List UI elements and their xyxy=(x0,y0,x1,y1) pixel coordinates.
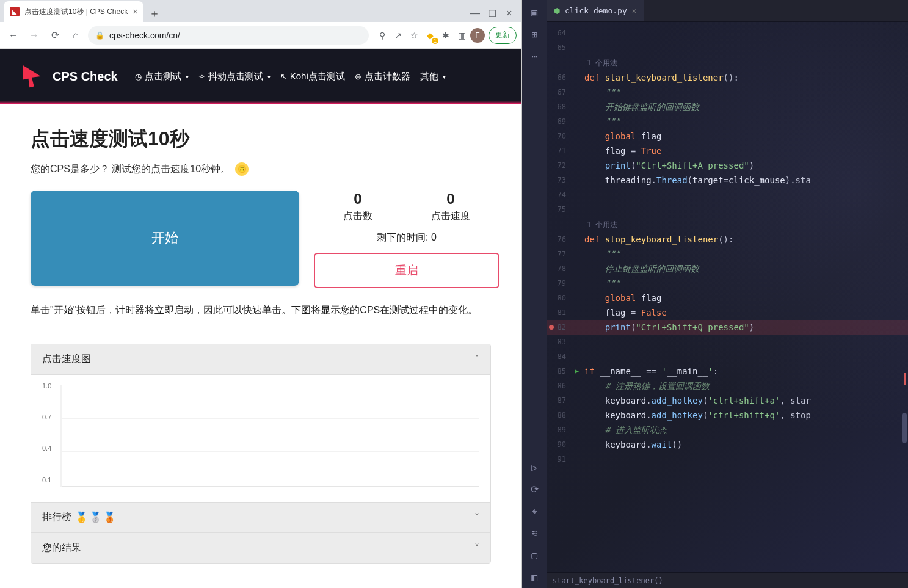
code-line[interactable]: 87 keyboard.add_hotkey('ctrl+shift+a', s… xyxy=(547,393,908,408)
code-line[interactable]: 86 # 注册热键，设置回调函数 xyxy=(547,379,908,393)
cps-chart: 1.0 0.7 0.4 0.1 xyxy=(60,385,479,487)
code-text: flag = False xyxy=(582,305,908,320)
code-line[interactable]: 69 """ xyxy=(547,114,908,129)
python-console-icon[interactable]: ⟳ xyxy=(527,482,542,496)
code-line[interactable]: 89 # 进入监听状态 xyxy=(547,423,908,437)
profile-avatar[interactable]: F xyxy=(470,28,485,43)
code-text: if __name__ == '__main__': xyxy=(582,364,908,379)
speed-value: 0 xyxy=(431,191,470,208)
code-line[interactable]: 76def stop_keyboard_listener(): xyxy=(547,232,908,247)
ide-window: ▣ ⊞ ⋯ ▷ ⟳ ⌖ ≋ ▢ ◧ ⬢ click_demo.py × 6465… xyxy=(522,0,908,588)
more-tool-icon[interactable]: ⋯ xyxy=(527,49,542,64)
nav-kohi-test[interactable]: ↖ Kohi点击测试 xyxy=(279,68,346,85)
code-text: global flag xyxy=(582,291,908,305)
code-line[interactable]: 70 global flag xyxy=(547,129,908,143)
project-tool-icon[interactable]: ▣ xyxy=(527,5,542,20)
window-maximize-icon[interactable]: ☐ xyxy=(484,5,501,22)
code-line[interactable]: 73 threading.Thread(target=click_mouse).… xyxy=(547,173,908,187)
window-close-icon[interactable]: × xyxy=(501,5,518,22)
code-line[interactable]: 74 xyxy=(547,187,908,202)
code-line[interactable]: 82 print("Ctrl+Shift+Q pressed") xyxy=(547,320,908,335)
code-line[interactable]: 64 xyxy=(547,26,908,40)
run-tool-icon[interactable]: ▷ xyxy=(527,460,542,474)
site-logo[interactable]: CPS Check xyxy=(18,63,118,90)
line-number: 69 xyxy=(547,114,572,129)
editor-scrollbar[interactable] xyxy=(902,22,907,572)
code-line[interactable]: 91 xyxy=(547,452,908,466)
code-text: 1 个用法 xyxy=(582,217,908,232)
code-text: print("Ctrl+Shift+Q pressed") xyxy=(582,320,908,335)
chevron-down-icon: ˅ xyxy=(474,542,479,554)
update-button[interactable]: 更新 xyxy=(489,27,517,44)
code-line[interactable]: 75 xyxy=(547,202,908,217)
code-line[interactable]: 71 flag = True xyxy=(547,143,908,158)
nav-jitter-test[interactable]: ✧ 抖动点击测试 ▾ xyxy=(197,68,272,85)
code-line[interactable]: 81 flag = False xyxy=(547,305,908,320)
code-line[interactable]: 84 xyxy=(547,349,908,364)
code-text: keyboard.add_hotkey('ctrl+shift+q', stop xyxy=(582,408,908,423)
nav-reload-button[interactable]: ⟳ xyxy=(46,27,64,44)
start-button[interactable]: 开始 xyxy=(31,191,299,286)
code-line[interactable]: 1 个用法 xyxy=(547,217,908,232)
code-line[interactable]: 1 个用法 xyxy=(547,55,908,70)
code-line[interactable]: 68 开始键盘监听的回调函数 xyxy=(547,100,908,114)
close-tab-icon[interactable]: × xyxy=(133,7,137,16)
restart-button[interactable]: 重启 xyxy=(314,253,499,288)
scroll-thumb[interactable] xyxy=(902,413,907,443)
y-axis-ticks: 1.0 0.7 0.4 0.1 xyxy=(42,385,51,486)
window-minimize-icon[interactable]: — xyxy=(467,5,484,22)
share-icon[interactable]: ↗ xyxy=(391,28,405,43)
problems-tool-icon[interactable]: ◧ xyxy=(527,570,542,584)
bookmark-star-icon[interactable]: ☆ xyxy=(407,28,421,43)
code-line[interactable]: 88 keyboard.add_hotkey('ctrl+shift+q', s… xyxy=(547,408,908,423)
code-line[interactable]: 90 keyboard.wait() xyxy=(547,437,908,452)
nav-click-test[interactable]: ◷ 点击测试 ▾ xyxy=(134,68,190,85)
code-line[interactable]: 78 停止键盘监听的回调函数 xyxy=(547,261,908,276)
code-text: keyboard.wait() xyxy=(582,437,908,452)
side-panel-icon[interactable]: ▥ xyxy=(454,28,469,43)
code-line[interactable]: 66def start_keyboard_listener(): xyxy=(547,70,908,85)
code-line[interactable]: 80 global flag xyxy=(547,291,908,305)
address-bar[interactable]: 🔒 cps-check.com/cn/ xyxy=(88,26,369,45)
services-tool-icon[interactable]: ≋ xyxy=(527,526,542,540)
nav-forward-button[interactable]: → xyxy=(26,27,43,44)
code-line[interactable]: 67 """ xyxy=(547,85,908,100)
code-text: def start_keyboard_listener(): xyxy=(582,70,908,85)
nav-other[interactable]: 其他 ▾ xyxy=(419,68,447,85)
structure-tool-icon[interactable]: ⊞ xyxy=(527,27,542,42)
accordion-rank-header[interactable]: 排行榜 🥇🥈🥉 ˅ xyxy=(31,503,490,533)
code-line[interactable]: 79 """ xyxy=(547,276,908,291)
code-line[interactable]: 65 xyxy=(547,40,908,55)
editor-tab[interactable]: ⬢ click_demo.py × xyxy=(547,0,644,21)
code-text: threading.Thread(target=click_mouse).sta xyxy=(582,173,908,187)
new-tab-button[interactable]: ＋ xyxy=(146,5,163,22)
line-number: 73 xyxy=(547,173,572,187)
line-number: 84 xyxy=(547,349,572,364)
extension-badge-icon[interactable]: ◆ 1 xyxy=(423,28,437,43)
zoom-icon[interactable]: ⚲ xyxy=(375,28,390,43)
code-line[interactable]: 83 xyxy=(547,335,908,349)
close-editor-tab-icon[interactable]: × xyxy=(632,7,636,15)
start-label: 开始 xyxy=(151,229,178,247)
line-number: 77 xyxy=(547,247,572,261)
nav-click-counter[interactable]: ⊕ 点击计数器 xyxy=(354,68,412,85)
nav-home-button[interactable]: ⌂ xyxy=(67,27,84,44)
browser-tab[interactable]: ◣ 点击速度测试10秒 | CPS Check × xyxy=(4,1,143,22)
acc-title: 点击速度图 xyxy=(42,353,91,366)
terminal-tool-icon[interactable]: ▢ xyxy=(527,548,542,562)
extensions-icon[interactable]: ✱ xyxy=(438,28,453,43)
debug-tool-icon[interactable]: ⌖ xyxy=(527,504,542,518)
accordion-chart-header[interactable]: 点击速度图 ˄ xyxy=(31,344,490,375)
code-editor[interactable]: 64651 个用法66def start_keyboard_listener()… xyxy=(547,22,908,572)
nav-back-button[interactable]: ← xyxy=(5,27,22,44)
code-text: """ xyxy=(582,276,908,291)
code-line[interactable]: 77 """ xyxy=(547,247,908,261)
plus-circle-icon: ⊕ xyxy=(355,72,361,81)
accordion-results-header[interactable]: 您的结果 ˅ xyxy=(31,533,490,563)
code-text: 停止键盘监听的回调函数 xyxy=(582,261,908,276)
breakpoint-icon[interactable] xyxy=(549,325,554,330)
run-gutter-icon[interactable]: ▶ xyxy=(572,364,582,379)
code-line[interactable]: 85▶if __name__ == '__main__': xyxy=(547,364,908,379)
code-line[interactable]: 72 print("Ctrl+Shift+A pressed") xyxy=(547,158,908,173)
ide-main: ⬢ click_demo.py × 64651 个用法66def start_k… xyxy=(547,0,908,588)
